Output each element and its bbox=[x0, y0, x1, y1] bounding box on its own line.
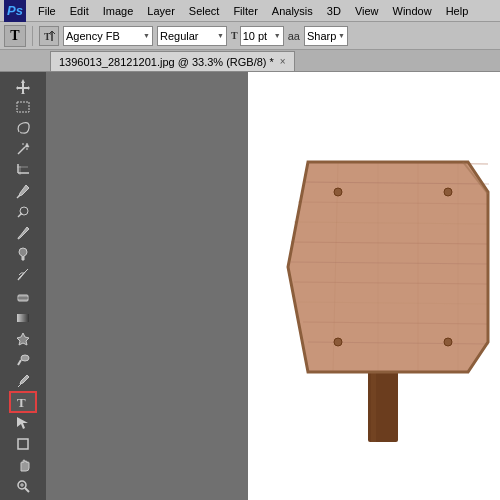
tool-zoom[interactable] bbox=[10, 476, 36, 496]
lasso-icon bbox=[15, 120, 31, 136]
tool-crop[interactable] bbox=[10, 160, 36, 180]
tab-close-button[interactable]: × bbox=[280, 56, 286, 67]
menu-help[interactable]: Help bbox=[440, 3, 475, 19]
tool-healing[interactable] bbox=[10, 202, 36, 222]
dodge-icon bbox=[15, 352, 31, 368]
menu-3d[interactable]: 3D bbox=[321, 3, 347, 19]
shape-icon bbox=[15, 436, 31, 452]
brush-icon bbox=[15, 225, 31, 241]
font-size-dropdown[interactable]: 10 pt ▼ bbox=[240, 26, 284, 46]
svg-rect-3 bbox=[17, 102, 29, 112]
eraser-icon bbox=[15, 288, 31, 304]
tool-path-select[interactable] bbox=[10, 413, 36, 433]
menu-view[interactable]: View bbox=[349, 3, 385, 19]
tool-eyedropper[interactable] bbox=[10, 181, 36, 201]
tool-lasso[interactable] bbox=[10, 118, 36, 138]
svg-line-21 bbox=[18, 360, 21, 365]
font-size-value: 10 pt bbox=[243, 30, 267, 42]
clone-icon bbox=[15, 246, 31, 262]
crop-icon bbox=[15, 162, 31, 178]
menu-image[interactable]: Image bbox=[97, 3, 140, 19]
menu-analysis[interactable]: Analysis bbox=[266, 3, 319, 19]
menu-file[interactable]: File bbox=[32, 3, 62, 19]
font-size-arrow: ▼ bbox=[274, 32, 281, 39]
svg-marker-8 bbox=[25, 143, 29, 147]
svg-point-49 bbox=[334, 188, 342, 196]
svg-marker-2 bbox=[16, 79, 30, 94]
tool-type[interactable]: T bbox=[10, 392, 36, 412]
gradient-icon bbox=[15, 310, 31, 326]
svg-text:T: T bbox=[17, 395, 26, 410]
font-family-arrow: ▼ bbox=[143, 32, 150, 39]
menu-filter[interactable]: Filter bbox=[227, 3, 263, 19]
menu-select[interactable]: Select bbox=[183, 3, 226, 19]
document-tab[interactable]: 1396013_28121201.jpg @ 33.3% (RGB/8) * × bbox=[50, 51, 295, 71]
tool-hand[interactable] bbox=[10, 455, 36, 475]
magic-wand-icon bbox=[15, 141, 31, 157]
svg-rect-19 bbox=[17, 314, 29, 322]
main-area: T bbox=[0, 72, 500, 500]
text-orientation-button[interactable]: T bbox=[39, 26, 59, 46]
document-canvas[interactable] bbox=[248, 72, 500, 500]
svg-point-51 bbox=[334, 338, 342, 346]
healing-icon bbox=[15, 204, 31, 220]
tool-magic-wand[interactable] bbox=[10, 139, 36, 159]
hand-icon bbox=[15, 457, 31, 473]
tool-eraser[interactable] bbox=[10, 286, 36, 306]
menu-edit[interactable]: Edit bbox=[64, 3, 95, 19]
svg-point-50 bbox=[444, 188, 452, 196]
font-size-icon: T bbox=[231, 30, 238, 41]
menu-layer[interactable]: Layer bbox=[141, 3, 181, 19]
tool-shape[interactable] bbox=[10, 434, 36, 454]
zoom-icon bbox=[15, 478, 31, 494]
move-icon bbox=[15, 78, 31, 94]
path-select-icon bbox=[15, 415, 31, 431]
svg-rect-25 bbox=[18, 439, 28, 449]
antialiasing-arrow: ▼ bbox=[338, 32, 345, 39]
antialiasing-label: aa bbox=[288, 30, 300, 42]
toolbar: T bbox=[0, 72, 46, 500]
eyedropper-icon bbox=[15, 183, 31, 199]
tool-move[interactable] bbox=[10, 76, 36, 96]
marquee-icon bbox=[15, 99, 31, 115]
tool-blur[interactable] bbox=[10, 329, 36, 349]
app-logo: Ps bbox=[4, 0, 26, 22]
blur-icon bbox=[15, 331, 31, 347]
font-family-dropdown[interactable]: Agency FB ▼ bbox=[63, 26, 153, 46]
tab-filename: 1396013_28121201.jpg @ 33.3% (RGB/8) * bbox=[59, 56, 274, 68]
font-style-arrow: ▼ bbox=[217, 32, 224, 39]
tool-clone[interactable] bbox=[10, 244, 36, 264]
svg-line-4 bbox=[18, 147, 25, 154]
tool-gradient[interactable] bbox=[10, 308, 36, 328]
menu-bar: Ps File Edit Image Layer Select Filter A… bbox=[0, 0, 500, 22]
tool-brush[interactable] bbox=[10, 223, 36, 243]
type-icon: T bbox=[15, 394, 31, 410]
antialiasing-dropdown[interactable]: Sharp ▼ bbox=[304, 26, 348, 46]
svg-marker-24 bbox=[17, 417, 28, 429]
tab-bar: 1396013_28121201.jpg @ 33.3% (RGB/8) * × bbox=[0, 50, 500, 72]
tool-pen[interactable] bbox=[10, 371, 36, 391]
separator-1 bbox=[32, 26, 33, 46]
antialiasing-value: Sharp bbox=[307, 30, 336, 42]
font-size-container: T 10 pt ▼ bbox=[231, 26, 284, 46]
canvas-content bbox=[278, 112, 498, 442]
tool-history[interactable] bbox=[10, 265, 36, 285]
svg-point-52 bbox=[444, 338, 452, 346]
history-icon bbox=[15, 267, 31, 283]
orientation-icon: T bbox=[42, 29, 56, 43]
options-bar: T T Agency FB ▼ Regular ▼ T 10 pt ▼ aa S… bbox=[0, 22, 500, 50]
tool-marquee[interactable] bbox=[10, 97, 36, 117]
svg-line-13 bbox=[17, 195, 20, 198]
menu-window[interactable]: Window bbox=[387, 3, 438, 19]
svg-point-20 bbox=[21, 355, 29, 361]
font-family-value: Agency FB bbox=[66, 30, 120, 42]
svg-line-15 bbox=[18, 213, 22, 217]
font-style-value: Regular bbox=[160, 30, 199, 42]
font-style-dropdown[interactable]: Regular ▼ bbox=[157, 26, 227, 46]
pen-icon bbox=[15, 373, 31, 389]
tool-type-indicator: T bbox=[4, 25, 26, 47]
tool-dodge[interactable] bbox=[10, 350, 36, 370]
svg-line-27 bbox=[25, 488, 29, 492]
canvas-area bbox=[46, 72, 500, 500]
